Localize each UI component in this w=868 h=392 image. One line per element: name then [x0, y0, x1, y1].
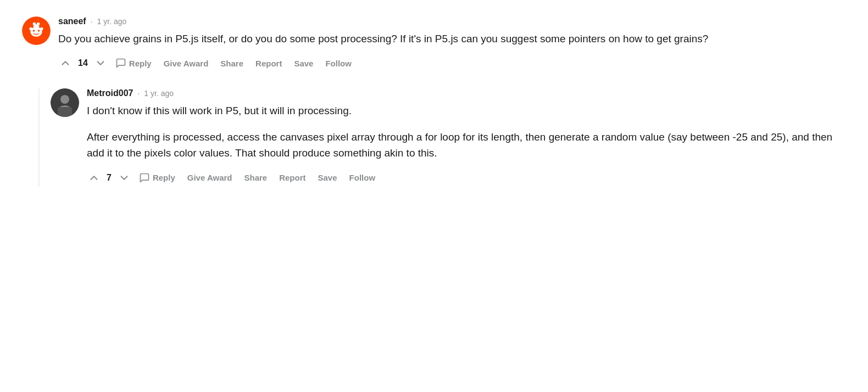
svg-point-2: [33, 30, 35, 32]
upvote-button[interactable]: [87, 170, 101, 186]
give-award-button[interactable]: Give Award: [159, 55, 213, 71]
report-button[interactable]: Report: [275, 170, 310, 186]
share-button[interactable]: Share: [240, 170, 271, 186]
report-button[interactable]: Report: [251, 55, 286, 71]
svg-rect-12: [58, 107, 72, 117]
avatar: [22, 16, 51, 45]
comment-separator: ·: [137, 89, 140, 98]
svg-point-3: [38, 30, 40, 32]
svg-point-7: [40, 27, 43, 30]
follow-button[interactable]: Follow: [321, 55, 356, 71]
svg-point-5: [33, 23, 36, 25]
svg-point-8: [29, 27, 32, 30]
comment-separator: ·: [91, 17, 93, 26]
comment-text-part2: After everything is processed, access th…: [87, 129, 845, 161]
comment-time: 1 yr. ago: [144, 89, 174, 98]
share-button[interactable]: Share: [216, 55, 248, 71]
nested-comment-section: Metroid007 · 1 yr. ago I don't know if t…: [38, 88, 846, 186]
save-button[interactable]: Save: [314, 170, 342, 186]
comment-time: 1 yr. ago: [97, 17, 127, 26]
follow-button[interactable]: Follow: [345, 170, 380, 186]
svg-point-6: [37, 23, 40, 25]
comment-item: saneef · 1 yr. ago Do you achieve grains…: [22, 16, 846, 72]
comment-body: Metroid007 · 1 yr. ago I don't know if t…: [87, 88, 846, 186]
comment-body: saneef · 1 yr. ago Do you achieve grains…: [58, 16, 846, 72]
give-award-button[interactable]: Give Award: [183, 170, 237, 186]
comment-actions: 14 Reply Give Award Share Report Save Fo…: [58, 54, 846, 72]
svg-point-10: [60, 95, 69, 104]
vote-count: 7: [104, 173, 114, 183]
comment-thread: saneef · 1 yr. ago Do you achieve grains…: [22, 11, 846, 209]
comment-author[interactable]: saneef: [58, 16, 86, 26]
reply-button[interactable]: Reply: [135, 169, 180, 187]
comment-meta: saneef · 1 yr. ago: [58, 16, 846, 26]
comment-text: Do you achieve grains in P5.js itself, o…: [58, 31, 816, 47]
comment-meta: Metroid007 · 1 yr. ago: [87, 88, 846, 98]
downvote-button[interactable]: [117, 170, 131, 186]
avatar: [51, 88, 79, 117]
comment-text-part1: I don't know if this will work in P5, bu…: [87, 103, 845, 119]
upvote-button[interactable]: [58, 55, 73, 71]
save-button[interactable]: Save: [290, 55, 318, 71]
reply-button[interactable]: Reply: [111, 54, 156, 72]
comment-author[interactable]: Metroid007: [87, 88, 133, 98]
comment-item: Metroid007 · 1 yr. ago I don't know if t…: [51, 88, 846, 186]
user-avatar: [51, 88, 79, 117]
reply-label: Reply: [153, 173, 175, 182]
vote-count: 14: [76, 58, 90, 68]
reply-label: Reply: [129, 59, 152, 68]
downvote-button[interactable]: [93, 55, 108, 71]
snoo-avatar: [22, 16, 51, 45]
comment-actions: 7 Reply Give Award Share Report: [87, 169, 846, 187]
